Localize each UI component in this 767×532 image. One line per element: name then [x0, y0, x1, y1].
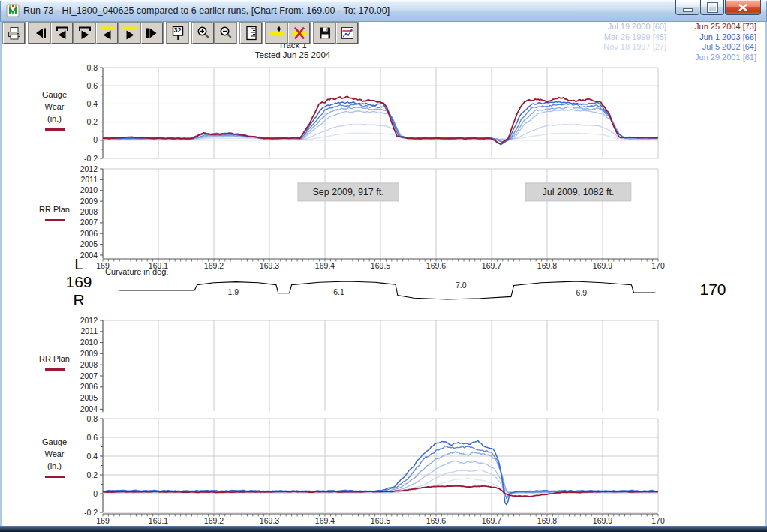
delete-marker-icon — [291, 25, 308, 41]
ruler-button[interactable] — [240, 23, 262, 44]
svg-text:169.7: 169.7 — [482, 516, 501, 525]
yellow-bar-right-arrow-icon — [122, 25, 138, 41]
series-color-sample — [45, 219, 65, 221]
save-button[interactable] — [314, 23, 335, 44]
print-button[interactable] — [3, 23, 25, 44]
ruler-icon — [243, 25, 260, 41]
window-border-left — [0, 21, 2, 526]
window-title: Run 73 - HI_1800_040625 compared to 6 ea… — [23, 5, 390, 16]
legend-item[interactable]: Jun 1 2003 [66] — [695, 32, 756, 43]
step-back-icon — [32, 25, 48, 41]
svg-text:169.4: 169.4 — [315, 516, 335, 525]
toolbar: 32 — [3, 23, 359, 44]
legend-item[interactable]: Jul 5 2002 [64] — [695, 42, 756, 53]
restore-icon — [708, 3, 717, 12]
bracket-right-arrow-icon — [77, 25, 93, 41]
chart-options-icon — [339, 25, 356, 41]
legend-item[interactable]: Mar 26 1999 [45] — [603, 32, 666, 43]
svg-text:0.6: 0.6 — [86, 433, 98, 442]
svg-text:Sep 2009, 917 ft.: Sep 2009, 917 ft. — [312, 187, 384, 197]
app-icon — [6, 4, 20, 17]
add-marker-button[interactable] — [266, 23, 287, 44]
prev-section-button[interactable] — [51, 23, 73, 44]
legend-item[interactable]: Nov 18 1997 [27] — [603, 42, 666, 53]
zoom-out-button[interactable] — [215, 23, 236, 44]
app-window: 0.80.60.40.20-0.220122011201020092008200… — [0, 0, 767, 532]
ylabel-rrplan-top: RR Plan — [34, 203, 75, 221]
svg-text:170: 170 — [651, 516, 665, 525]
svg-text:2008: 2008 — [80, 207, 98, 216]
svg-text:2005: 2005 — [80, 393, 98, 402]
svg-text:2011: 2011 — [80, 326, 98, 335]
yellow-bar-left-arrow-icon — [99, 25, 116, 41]
svg-text:-0.2: -0.2 — [84, 154, 98, 163]
legend-item[interactable]: Jun 25 2004 [73] — [695, 22, 756, 32]
svg-text:2010: 2010 — [80, 185, 98, 194]
svg-text:6.1: 6.1 — [333, 287, 344, 296]
zoom-in-icon — [195, 25, 212, 41]
svg-text:169: 169 — [96, 516, 110, 525]
ylabel-rrplan-bottom: RR Plan — [34, 353, 75, 371]
prev-run-button[interactable] — [29, 23, 50, 44]
milepost-right: 170 — [692, 281, 734, 299]
titlebar[interactable]: Run 73 - HI_1800_040625 compared to 6 ea… — [0, 0, 767, 22]
series-color-sample — [45, 128, 65, 131]
svg-text:169.3: 169.3 — [260, 516, 279, 525]
printer-icon — [6, 25, 23, 41]
svg-text:2010: 2010 — [80, 338, 98, 347]
svg-text:1.9: 1.9 — [228, 287, 239, 296]
svg-text:169.3: 169.3 — [260, 261, 279, 270]
tested-date-label: Tested Jun 25 2004 — [218, 50, 368, 60]
close-button[interactable] — [725, 0, 761, 15]
svg-text:7.0: 7.0 — [456, 281, 467, 290]
svg-text:169.8: 169.8 — [537, 261, 557, 270]
next-defect-button[interactable] — [119, 23, 140, 44]
legend-recent-runs: Jun 25 2004 [73] Jun 1 2003 [66] Jul 5 2… — [695, 22, 756, 62]
window-controls — [675, 0, 761, 15]
svg-text:169.5: 169.5 — [371, 261, 390, 270]
window-border-bottom — [0, 526, 767, 532]
zoom-out-icon — [218, 25, 234, 41]
restore-button[interactable] — [700, 0, 724, 15]
svg-text:2005: 2005 — [80, 239, 98, 248]
minimize-button[interactable] — [675, 0, 699, 15]
svg-text:169.4: 169.4 — [315, 261, 335, 270]
svg-text:0.8: 0.8 — [86, 63, 98, 72]
svg-text:2006: 2006 — [80, 382, 98, 391]
legend-item[interactable]: Jul 19 2000 [60] — [603, 22, 666, 32]
svg-text:0.4: 0.4 — [86, 99, 98, 108]
prev-defect-button[interactable] — [96, 23, 118, 44]
series-color-sample — [45, 476, 65, 478]
speed-sign-button[interactable]: 32 — [167, 23, 188, 44]
svg-text:0.2: 0.2 — [86, 470, 98, 479]
minimize-icon — [683, 8, 693, 12]
chart-options-button[interactable] — [336, 23, 358, 44]
milepost-left: L 169 R — [59, 255, 99, 309]
chart-canvas: 0.80.60.40.20-0.220122011201020092008200… — [0, 0, 767, 532]
ylabel-gauge-wear-top: Gauge Wear (in.) — [34, 89, 75, 131]
svg-text:169.6: 169.6 — [426, 261, 446, 270]
svg-text:169.9: 169.9 — [593, 261, 612, 270]
add-marker-icon — [269, 25, 285, 41]
delete-marker-button[interactable] — [288, 23, 310, 44]
svg-text:169.7: 169.7 — [482, 261, 501, 270]
series-color-sample — [45, 368, 65, 371]
svg-text:2009: 2009 — [80, 349, 98, 358]
svg-text:0: 0 — [93, 135, 98, 144]
svg-text:169.8: 169.8 — [537, 516, 557, 525]
svg-text:2007: 2007 — [80, 218, 98, 227]
svg-text:169.2: 169.2 — [204, 516, 224, 525]
svg-text:169.9: 169.9 — [593, 516, 612, 525]
svg-text:2004: 2004 — [80, 404, 98, 413]
next-section-button[interactable] — [74, 23, 95, 44]
svg-text:0.2: 0.2 — [86, 117, 98, 126]
ylabel-gauge-wear-bottom: Gauge Wear (in.) — [34, 436, 75, 478]
svg-text:169.1: 169.1 — [149, 516, 168, 525]
next-run-button[interactable] — [141, 23, 163, 44]
svg-text:6.9: 6.9 — [576, 288, 588, 297]
bracket-left-arrow-icon — [54, 25, 71, 41]
legend-item[interactable]: Jun 29 2001 [61] — [695, 53, 756, 63]
zoom-in-button[interactable] — [192, 23, 214, 44]
svg-text:2012: 2012 — [80, 164, 98, 173]
svg-text:2009: 2009 — [80, 197, 98, 206]
